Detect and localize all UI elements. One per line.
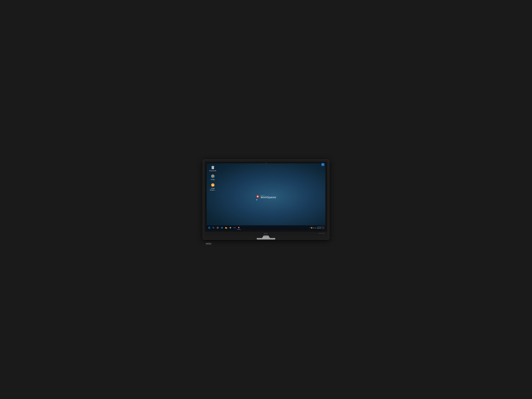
svg-rect-2: [212, 166, 213, 166]
svg-point-36: [234, 228, 235, 228]
tray-volume-icon[interactable]: 🔊: [313, 227, 314, 228]
amazon-image: [210, 183, 215, 187]
tray-battery-icon: ▬: [315, 227, 316, 228]
system-tray: ∧ 📶 🔊 ▬ 9:23 AM 10/8/2019: [309, 226, 325, 229]
monitor-bezel: ★: [205, 162, 327, 232]
action-center-button[interactable]: [322, 226, 325, 229]
monitor-button-2[interactable]: [320, 233, 321, 234]
monitor-power-button[interactable]: [323, 233, 325, 234]
taskbar-search-button[interactable]: [212, 226, 215, 230]
svg-rect-23: [218, 227, 219, 228]
workspaces-name: WorkSpaces: [261, 196, 276, 199]
stand-neck: [262, 235, 270, 238]
svg-rect-25: [218, 228, 219, 228]
svg-rect-16: [208, 227, 209, 228]
time-display: 9:23 AM: [317, 226, 321, 228]
firefox-taskbar-button[interactable]: [228, 226, 232, 230]
webcam: [266, 163, 266, 164]
workspaces-brand: amazon WorkSpaces: [256, 195, 276, 199]
tray-icons: ∧ 📶 🔊 ▬: [309, 227, 316, 228]
recycle-bin-icon[interactable]: Recycle Bin: [208, 165, 217, 172]
taskbar: ∧ 📶 🔊 ▬ 9:23 AM 10/8/2019: [207, 225, 325, 230]
workspaces-text: amazon WorkSpaces: [261, 195, 276, 199]
monitor-button-3[interactable]: [322, 233, 323, 234]
svg-rect-22: [217, 227, 218, 228]
svg-line-21: [214, 228, 214, 229]
clock[interactable]: 9:23 AM 10/8/2019: [317, 226, 321, 229]
desktop: Recycle Bin Firefox: [207, 163, 325, 230]
install-amazon-label: Install Amazon...: [208, 188, 217, 191]
svg-rect-24: [217, 228, 218, 228]
workspaces-logo: [256, 195, 260, 199]
monitor-controls: [319, 233, 325, 234]
workspaces-taskbar-button[interactable]: [237, 226, 241, 230]
media-player-button[interactable]: [233, 226, 236, 230]
monitor-button-1[interactable]: [319, 233, 320, 234]
file-explorer-button[interactable]: [224, 226, 228, 230]
install-amazon-icon[interactable]: Install Amazon...: [208, 183, 217, 191]
svg-rect-18: [208, 228, 209, 229]
firefox-label: Firefox: [211, 179, 215, 181]
start-button[interactable]: [207, 226, 211, 230]
recycle-bin-label: Recycle Bin: [209, 170, 216, 172]
monitor: ★: [203, 159, 329, 240]
monitor-bottom-bezel: DELL: [205, 232, 327, 235]
desktop-icons: Recycle Bin Firefox: [208, 165, 217, 191]
recycle-bin-image: [210, 165, 215, 170]
svg-rect-39: [323, 227, 324, 228]
screen: Recycle Bin Firefox: [207, 163, 325, 230]
internet-explorer-button[interactable]: [220, 226, 224, 230]
wyse-label: WYSE: [205, 243, 212, 245]
energy-star-badge: ★: [321, 163, 324, 166]
svg-point-20: [213, 227, 214, 228]
mouse-cursor: [256, 199, 258, 201]
firefox-image: [210, 174, 215, 178]
monitor-stand: [205, 235, 327, 240]
stand-base: [257, 238, 275, 240]
tray-wifi-icon: 📶: [311, 227, 312, 228]
dell-logo: DELL: [264, 233, 268, 234]
svg-rect-17: [209, 227, 210, 228]
tray-overflow-icon[interactable]: ∧: [309, 227, 310, 228]
firefox-icon[interactable]: Firefox: [208, 174, 217, 181]
svg-rect-19: [209, 228, 210, 229]
task-view-button[interactable]: [216, 226, 220, 230]
date-display: 10/8/2019: [317, 228, 321, 229]
